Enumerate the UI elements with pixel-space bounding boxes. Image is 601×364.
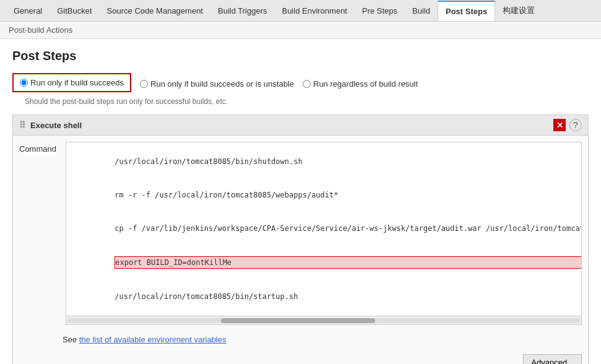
tab-build-environment[interactable]: Build Environment — [274, 1, 355, 20]
radio-label-2: Run only if build succeeds or is unstabl… — [150, 79, 294, 89]
tab-post-steps[interactable]: Post Steps — [438, 1, 495, 21]
shell-header-right: ✕ ? — [553, 119, 582, 131]
radio-input-3[interactable] — [303, 80, 311, 88]
command-row: Command /usr/local/iron/tomcat8085/bin/s… — [13, 136, 588, 331]
env-vars-link-row: See the list of available environment va… — [13, 331, 588, 350]
scrollbar-thumb — [221, 318, 374, 323]
tab-pre-steps[interactable]: Pre Steps — [355, 1, 405, 20]
radio-input-1[interactable] — [20, 79, 28, 87]
tab-build-settings[interactable]: 构建设置 — [495, 0, 542, 21]
scrollbar-track — [67, 318, 580, 323]
tab-build[interactable]: Build — [405, 1, 438, 20]
command-textarea-wrapper: /usr/local/iron/tomcat8085/bin/shutdown.… — [66, 142, 582, 325]
help-button[interactable]: ? — [569, 119, 582, 131]
radio-option1-highlighted: Run only if build succeeds — [12, 73, 131, 92]
tab-source-code-management[interactable]: Source Code Management — [100, 1, 210, 20]
command-line-1: /usr/local/iron/tomcat8085/bin/shutdown.… — [115, 157, 302, 166]
execute-shell-section: ⠿ Execute shell ✕ ? Command /usr/local/i… — [12, 115, 589, 364]
command-line-4-highlight: export BUILD_ID=dontKillMe — [115, 256, 581, 269]
radio-label-1: Run only if build succeeds — [30, 78, 124, 87]
radio-label-3: Run regardless of build result — [313, 79, 418, 89]
env-vars-text: See — [63, 335, 79, 344]
radio-hint: Should the post-build steps run only for… — [25, 97, 589, 106]
env-vars-link[interactable]: the list of available environment variab… — [79, 335, 227, 344]
post-build-actions-link[interactable]: Post-build Actions — [9, 25, 72, 35]
horizontal-scrollbar[interactable] — [66, 316, 581, 324]
page-title: Post Steps — [12, 49, 589, 63]
tab-general[interactable]: General — [6, 1, 50, 20]
shell-title: Execute shell — [30, 121, 82, 130]
advanced-row: Advanced... — [13, 350, 588, 364]
radio-option3[interactable]: Run regardless of build result — [303, 79, 418, 89]
command-line-5: /usr/local/iron/tomcat8085/bin/startup.s… — [115, 292, 298, 301]
radio-input-2[interactable] — [140, 80, 148, 88]
shell-header-left: ⠿ Execute shell — [19, 120, 82, 130]
sub-nav: Post-build Actions — [0, 22, 601, 39]
grip-icon: ⠿ — [19, 120, 25, 130]
tab-gitbucket[interactable]: GitBucket — [50, 1, 99, 20]
page-content: Post Steps Run only if build succeeds Ru… — [0, 39, 601, 364]
command-text-area[interactable]: /usr/local/iron/tomcat8085/bin/shutdown.… — [66, 142, 581, 316]
tab-build-triggers[interactable]: Build Triggers — [210, 1, 274, 20]
close-button[interactable]: ✕ — [553, 119, 566, 131]
radio-group-row: Run only if build succeeds Run only if b… — [12, 73, 589, 95]
command-line-2: rm -r -f /usr/local/iron/tomcat8085/weba… — [115, 191, 338, 199]
shell-section-header: ⠿ Execute shell ✕ ? — [13, 115, 588, 136]
command-label: Command — [19, 142, 59, 325]
top-nav: General GitBucket Source Code Management… — [0, 0, 601, 22]
command-line-3: cp -f /var/lib/jenkins/workspace/CPA-Ser… — [115, 224, 581, 233]
radio-option1[interactable]: Run only if build succeeds — [20, 78, 124, 87]
radio-option2[interactable]: Run only if build succeeds or is unstabl… — [140, 79, 294, 89]
advanced-button[interactable]: Advanced... — [523, 354, 582, 364]
